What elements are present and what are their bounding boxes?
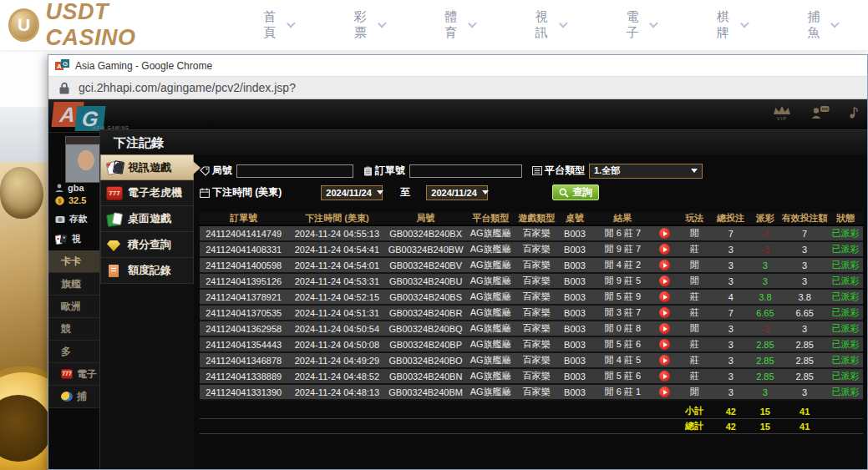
column-header: 派彩: [749, 212, 781, 225]
cell-order-id: 241124041370535: [200, 305, 287, 321]
nav-menu-item[interactable]: 體育: [414, 9, 505, 41]
cell-payout: 2.85: [749, 368, 781, 384]
table-row: 241124041354443 2024-11-24 04:50:08 GB00…: [200, 336, 863, 352]
play-video-button[interactable]: [659, 275, 670, 286]
cell-valid-bet: 3: [781, 241, 828, 257]
column-header: [653, 212, 677, 225]
order-id-input[interactable]: [409, 164, 522, 178]
column-header: 遊戲類型: [515, 212, 557, 225]
window-titlebar[interactable]: A G Asia Gaming - Google Chrome: [48, 55, 867, 76]
date-to-select[interactable]: 2024/11/24: [426, 185, 488, 200]
favicon-letter-g: G: [61, 59, 69, 68]
subtotal-bet: 42: [713, 404, 749, 419]
search-button[interactable]: 查詢: [552, 184, 599, 200]
select-arrow-icon: [377, 190, 383, 195]
panel-menu: 視訊遊戲 電子老虎機 桌面遊戲: [100, 154, 194, 469]
play-video-button[interactable]: [659, 371, 670, 382]
cell-bet-time: 2024-11-24 04:54:01: [287, 257, 386, 273]
platform-type-select[interactable]: 1.全部: [589, 164, 703, 179]
total-label: 總計: [677, 419, 713, 434]
ag-side-menu-label: 捕: [77, 390, 87, 404]
nav-menu-item[interactable]: 捕魚: [777, 9, 868, 41]
cell-payout: 2.85: [749, 336, 781, 352]
customer-service-icon[interactable]: [811, 105, 830, 119]
play-video-button[interactable]: [659, 244, 670, 255]
date-from-select[interactable]: 2024/11/24: [321, 185, 383, 200]
cell-round-id: GB00324B240BS: [386, 289, 465, 305]
cell-status: 已派彩: [828, 273, 863, 289]
table-row: 241124041331390 2024-11-24 04:48:13 GB00…: [200, 384, 863, 400]
panel-content: 局號 訂單號: [194, 154, 867, 469]
cell-status: 已派彩: [828, 368, 863, 384]
panel-menu-item[interactable]: 桌面遊戲: [100, 206, 194, 232]
panel-menu-label: 電子老虎機: [128, 185, 182, 200]
music-note-icon[interactable]: [850, 105, 859, 119]
play-video-button[interactable]: [659, 307, 670, 318]
filter-row-1: 局號 訂單號: [200, 161, 863, 180]
cell-result: 閒 5 莊 6: [592, 368, 653, 384]
panel-menu-item[interactable]: 視訊遊戲: [100, 154, 194, 180]
ag-page: A G ASIA GAMING VIP: [48, 99, 867, 469]
cell-table-no: B003: [557, 352, 592, 368]
play-video-button[interactable]: [659, 228, 670, 239]
tag-icon: [200, 166, 210, 176]
cell-result: 閒 6 莊 1: [592, 384, 653, 400]
cell-play-type: 閒: [677, 384, 713, 400]
panel-menu-item[interactable]: 額度記錄: [100, 258, 194, 284]
cell-valid-bet: 7: [781, 225, 828, 241]
address-bar[interactable]: gci.2hhapi.com/agingame/pcv2/index.jsp?: [48, 76, 867, 99]
round-id-label: 局號: [212, 164, 232, 178]
nav-menu-item[interactable]: 視訊: [505, 9, 596, 41]
nav-menu-item-label: 棋牌: [717, 9, 736, 41]
chevron-down-icon: [831, 19, 840, 28]
round-id-input[interactable]: [236, 164, 353, 178]
chevron-down-icon: [378, 19, 386, 28]
cell-bet-time: 2024-11-24 04:50:54: [287, 321, 386, 336]
panel-menu-item[interactable]: 積分查詢: [100, 232, 194, 258]
subtotal-status-empty: [828, 404, 863, 419]
nav-menu-item[interactable]: 彩票: [324, 9, 415, 41]
play-video-button[interactable]: [659, 291, 670, 302]
video-games-shortcut[interactable]: 視: [55, 233, 81, 245]
cell-order-id: 241124041414749: [200, 225, 287, 241]
panel-menu-item[interactable]: 電子老虎機: [100, 180, 194, 206]
nav-menu-item-label: 彩票: [354, 9, 373, 41]
cell-play-type: 莊: [677, 289, 713, 305]
coin-icon: $: [55, 196, 64, 205]
play-video-button[interactable]: [659, 323, 670, 334]
cell-valid-bet: 2.85: [781, 336, 828, 352]
background-banner: [0, 107, 48, 162]
deposit-button[interactable]: 存款: [55, 213, 88, 225]
vip-button[interactable]: VIP: [773, 105, 791, 121]
panel-body: 視訊遊戲 電子老虎機 桌面遊戲: [100, 154, 867, 469]
nav-menu-item[interactable]: 電子: [596, 9, 687, 41]
cell-valid-bet: 6.65: [781, 305, 828, 321]
url-text: gci.2hhapi.com/agingame/pcv2/index.jsp?: [79, 81, 296, 94]
site-logo[interactable]: U USDT CASINO: [8, 0, 193, 51]
cell-game-type: 百家樂: [515, 305, 557, 321]
nav-menu-item[interactable]: 首頁: [233, 9, 324, 41]
cell-result: 閒 3 莊 7: [592, 305, 653, 321]
ag-logo[interactable]: A G ASIA GAMING: [53, 102, 128, 132]
cell-round-id: GB00324B240BO: [386, 352, 465, 368]
platform-type-label: 平台類型: [545, 164, 585, 178]
date-to-value: 2024/11/24: [431, 188, 476, 198]
cell-game-type: 百家樂: [515, 241, 557, 257]
cell-replay: [653, 289, 677, 305]
panel-menu-label: 額度記錄: [128, 263, 171, 278]
page: U USDT CASINO 首頁 彩票 體育: [0, 0, 868, 470]
cell-valid-bet: 3: [781, 384, 828, 400]
cell-status: 已派彩: [828, 225, 863, 241]
date-to-label: 至: [400, 185, 410, 200]
play-video-button[interactable]: [659, 387, 670, 397]
deposit-card-icon: [55, 215, 65, 224]
play-video-button[interactable]: [659, 355, 670, 366]
site-nav-menu: 首頁 彩票 體育 視訊 電子: [233, 9, 868, 41]
cell-table-no: B003: [557, 241, 592, 257]
nav-menu-item-label: 視訊: [536, 9, 555, 41]
nav-menu-item[interactable]: 棋牌: [687, 9, 778, 41]
cell-play-type: 閒: [677, 273, 713, 289]
cell-bet-time: 2024-11-24 04:52:15: [287, 289, 386, 305]
play-video-button[interactable]: [659, 260, 670, 270]
play-video-button[interactable]: [659, 339, 670, 350]
